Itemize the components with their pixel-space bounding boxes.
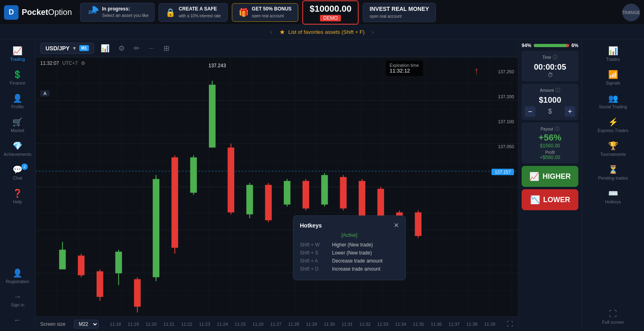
chart-settings-icon[interactable]: ⚙ (81, 60, 85, 66)
logo-text: PocketOption (22, 8, 72, 17)
right-nav-label-tournaments: Tournaments (600, 152, 626, 157)
time-label-9: 11:27 (270, 322, 282, 327)
expiry-time: 11:32:12 (390, 68, 419, 74)
higher-button[interactable]: 📈 HIGHER (522, 166, 578, 187)
progress-pct: 20% (89, 10, 97, 14)
chart-time: 11:32:07 (40, 60, 59, 66)
pending-trades-icon: ⏳ (608, 165, 618, 174)
price-level-4: 137.050 (498, 144, 514, 149)
demo-balance[interactable]: $10000.00 DEMO (302, 0, 359, 25)
amount-increase-button[interactable]: + (565, 106, 575, 117)
fullscreen-icon: ⛶ (609, 309, 617, 319)
candlestick-chart (35, 57, 518, 317)
time-label-11: 11:29 (306, 322, 317, 327)
time-label-15: 11:33 (377, 322, 388, 327)
hotkey-combo-1: Shift + W (300, 242, 332, 248)
amount-row: − $ + (525, 106, 575, 117)
lower-icon: 📉 (530, 195, 540, 205)
bonus-text: GET 50% BONUS open real account (252, 6, 292, 19)
progress-button[interactable]: 20% In progress: Select an asset you lik… (80, 3, 155, 21)
more-button[interactable]: ··· (146, 42, 157, 54)
create-safe-button[interactable]: 🔒 CREATE A SAFE with a 10% interest rate (159, 3, 228, 22)
right-nav-label-trades: Trades (606, 57, 620, 62)
bonus-icon: 🎁 (239, 8, 249, 17)
percent-bar: 94% 6% (522, 43, 578, 48)
right-nav-social-trading[interactable]: 👥 Social Trading (582, 90, 644, 112)
invest-sub: open real account (369, 14, 402, 19)
asset-selector[interactable]: USD/JPY ▼ M1 (40, 43, 94, 54)
safe-icon: 🔒 (165, 8, 175, 17)
favbar-left-arrow[interactable]: ‹ (266, 29, 276, 36)
nav-item-registration[interactable]: 👤 Registration (0, 265, 35, 287)
favorites-text: List of favorites assets (Shift + F) (288, 29, 365, 35)
trades-icon: 📊 (608, 46, 618, 56)
back-icon: ← (14, 315, 22, 325)
layout-button[interactable]: ⊞ (161, 42, 172, 54)
draw-button[interactable]: ✏ (131, 42, 142, 54)
invest-button[interactable]: INVEST REAL MONEY open real account (363, 3, 436, 22)
svg-rect-22 (190, 157, 197, 193)
avatar[interactable]: STRANGER (622, 4, 640, 21)
registration-icon: 👤 (12, 268, 23, 278)
bonus-button[interactable]: 🎁 GET 50% BONUS open real account (232, 3, 299, 22)
hotkeys-popup: Hotkeys ✕ [Active] Shift + W Higher (New… (293, 215, 406, 280)
hotkey-row-4: Shift + D Increase trade amount (300, 266, 399, 272)
right-nav-label-social-trading: Social Trading (599, 104, 627, 109)
chart-info-bar: 11:32:07 UTC+7 ⚙ (40, 60, 85, 66)
time-label-2: 11:20 (146, 322, 157, 327)
nav-item-back[interactable]: ← (0, 312, 35, 328)
pct-bar-outer (534, 44, 569, 47)
nav-label-achievements: Achievements (4, 152, 31, 157)
right-nav-tournaments[interactable]: 🏆 Tournaments (582, 138, 644, 160)
indicators-button[interactable]: ⚙ (116, 42, 127, 54)
right-nav-express-trades[interactable]: ⚡ Express Trades (582, 114, 644, 136)
right-nav-hotkeys[interactable]: ⌨️ Hotkeys (582, 185, 644, 207)
right-nav-signals[interactable]: 📶 Signals (582, 66, 644, 89)
time-label-10: 11:28 (288, 322, 299, 327)
favorites-bar: ‹ ★ List of favorites assets (Shift + F)… (0, 25, 644, 39)
profit-label: Profit (525, 150, 575, 155)
current-price-badge: 137.157 (491, 169, 514, 175)
nav-item-profile[interactable]: 👤 Profile (0, 90, 35, 112)
price-levels: 137.250 137.200 137.100 137.050 (498, 69, 514, 149)
time-label-text: Time (543, 55, 551, 60)
nav-item-signin[interactable]: → Sign in (0, 289, 35, 310)
right-nav-trades[interactable]: 📊 Trades (582, 43, 644, 65)
svg-rect-18 (153, 179, 159, 277)
nav-item-chat[interactable]: 2 💬 Chat (0, 161, 35, 184)
nav-item-market[interactable]: 🛒 Market (0, 114, 35, 136)
nav-item-finance[interactable]: 💲 Finance (0, 66, 35, 89)
chart-container: USD/JPY ▼ M1 📊 ⚙ ✏ ··· ⊞ 11:32:07 UTC+7 … (35, 39, 518, 331)
amount-label: Amount ⓘ (525, 87, 575, 94)
hotkeys-close-button[interactable]: ✕ (394, 221, 399, 229)
favbar-right-arrow[interactable]: › (368, 29, 378, 36)
chart-price-label: 137.243 (208, 63, 226, 68)
chart-high-price: 137.243 (208, 63, 226, 68)
hotkey-desc-4: Increase trade amount (332, 266, 380, 272)
svg-rect-28 (246, 185, 253, 214)
signals-icon: 📶 (608, 70, 618, 79)
chart-label-a: A (40, 90, 50, 97)
chart-utc: UTC+7 (62, 60, 78, 66)
red-arrow-indicator: ↑ (474, 65, 479, 77)
svg-rect-16 (134, 279, 141, 306)
right-nav-pending-trades[interactable]: ⏳ Pending trades (582, 161, 644, 184)
right-nav-fullscreen[interactable]: ⛶ Full screen (582, 306, 644, 328)
lower-button[interactable]: 📉 LOWER (522, 189, 578, 210)
nav-item-achievements[interactable]: 💎 Achievements (0, 138, 35, 160)
create-safe-sub: with a 10% interest rate (179, 14, 221, 18)
hotkeys-title: Hotkeys (300, 222, 322, 229)
time-label-8: 11:26 (252, 322, 264, 327)
amount-label-text: Amount (540, 88, 553, 93)
signin-icon: → (14, 292, 22, 301)
timeframe-badge: M1 (79, 45, 89, 51)
amount-decrease-button[interactable]: − (525, 106, 535, 117)
nav-item-help[interactable]: ❓ Help (0, 185, 35, 207)
fullscreen-button[interactable]: ⛶ (507, 321, 513, 328)
screen-size-selector[interactable]: M22 (74, 320, 99, 329)
svg-rect-34 (303, 181, 310, 208)
svg-rect-24 (209, 85, 216, 147)
chart-type-button[interactable]: 📊 (98, 42, 112, 54)
right-nav-label-express-trades: Express Trades (598, 128, 628, 133)
nav-item-trading[interactable]: 📈 Trading (0, 43, 35, 65)
